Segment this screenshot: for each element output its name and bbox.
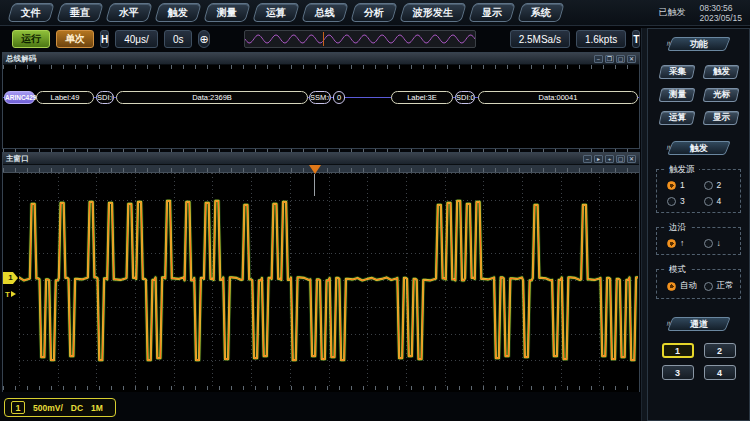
menu-item-trigger[interactable]: 触发: [154, 3, 201, 22]
timebase-preview[interactable]: [244, 30, 476, 48]
radio-icon: [704, 239, 713, 248]
bottom-bar: 1 500mV/ DC 1M: [0, 393, 640, 421]
clock-time: 08:30:56: [699, 3, 732, 13]
menu-item-label: 触发: [168, 6, 188, 20]
menu-item-horizontal[interactable]: 水平: [105, 3, 152, 22]
menu-item-system[interactable]: 系统: [517, 3, 564, 22]
sample-rate-button[interactable]: 2.5MSa/s: [510, 30, 570, 48]
measure-button[interactable]: 测量: [658, 88, 695, 102]
minimize-icon: −: [597, 56, 601, 62]
function-header-plate: 功能: [667, 37, 731, 51]
clock: 08:30:56 2023/05/15: [699, 3, 742, 23]
decode-restore-button[interactable]: ❐: [605, 55, 614, 63]
source-3-label: 3: [680, 196, 685, 206]
channel-header-plate: 通道: [667, 317, 731, 331]
memory-depth-button[interactable]: 1.6kpts: [576, 30, 626, 48]
radio-icon: [667, 197, 676, 206]
trigger-t-button[interactable]: T: [632, 30, 640, 48]
decode-field-data-1: Data:2369B: [116, 91, 308, 104]
channel-4-button[interactable]: 4: [704, 365, 736, 380]
radio-source-4[interactable]: 4: [704, 196, 741, 206]
measure-label: 测量: [668, 89, 685, 101]
status-block: 已触发 08:30:56 2023/05/15: [658, 3, 742, 23]
offset-button[interactable]: 0s: [164, 30, 193, 48]
menu-item-label: 水平: [119, 6, 139, 20]
channel-1-offset-marker[interactable]: 1: [3, 272, 18, 284]
menu-item-label: 系统: [531, 6, 551, 20]
decode-minimize-button[interactable]: −: [594, 55, 603, 63]
radio-source-3[interactable]: 3: [667, 196, 704, 206]
menu-item-wavegen[interactable]: 波形发生: [399, 3, 466, 22]
trigger-section-header: 〃 触发: [648, 141, 749, 155]
run-button[interactable]: 运行: [12, 30, 50, 48]
trigger-level-marker[interactable]: T: [5, 290, 16, 299]
main-maximize-button[interactable]: ▢: [616, 155, 625, 163]
arrow-right-icon: [11, 291, 16, 297]
channel-info-badge[interactable]: 1 500mV/ DC 1M: [4, 398, 116, 417]
main-close-button[interactable]: ✕: [627, 155, 636, 163]
trigger-level-label: T: [5, 290, 10, 299]
decode-maximize-button[interactable]: ▢: [616, 55, 625, 63]
function-button-grid: 采集 触发 测量 光标 运算 显示: [648, 65, 749, 125]
main-zoom-in-button[interactable]: +: [605, 155, 614, 163]
zoom-button[interactable]: ⊕: [198, 30, 209, 48]
menu-item-label: 运算: [266, 6, 286, 20]
maximize-icon: ▢: [618, 56, 624, 62]
radio-edge-rising[interactable]: ↑: [667, 238, 704, 248]
menu-item-file[interactable]: 文件: [7, 3, 54, 22]
radio-source-2[interactable]: 2: [704, 180, 741, 190]
channel-scale: 500mV/: [33, 403, 63, 413]
radio-edge-falling[interactable]: ↓: [704, 238, 741, 248]
menu-item-bus[interactable]: 总线: [301, 3, 348, 22]
function-section-header: 〃 功能: [648, 37, 749, 51]
horizontal-button[interactable]: H: [100, 30, 109, 48]
trigger-mode-group: 模式 自动 正常: [656, 269, 741, 299]
menu-item-math[interactable]: 运算: [252, 3, 299, 22]
main-minimize-button[interactable]: −: [583, 155, 592, 163]
main-titlebar[interactable]: 主窗口 − ▸ + ▢ ✕: [3, 153, 639, 165]
main-window-controls: − ▸ + ▢ ✕: [583, 155, 636, 163]
menu-item-analysis[interactable]: 分析: [350, 3, 397, 22]
waveform-canvas[interactable]: [19, 173, 638, 387]
waveform-display[interactable]: 1 T: [3, 173, 639, 392]
trigger-position-marker[interactable]: [309, 165, 321, 174]
timebase-button[interactable]: 40μs/: [115, 30, 158, 48]
menu-item-measure[interactable]: 测量: [203, 3, 250, 22]
acquire-label: 采集: [668, 66, 685, 78]
radio-mode-normal[interactable]: 正常: [704, 280, 741, 292]
radio-mode-auto[interactable]: 自动: [667, 280, 704, 292]
expand-icon: ▸: [597, 156, 600, 162]
math-label: 运算: [668, 112, 685, 124]
trigger-header-label: 触发: [690, 142, 708, 155]
cursor-button[interactable]: 光标: [702, 88, 739, 102]
edge-label: 边沿: [665, 222, 690, 234]
radio-icon: [704, 197, 713, 206]
main-title: 主窗口: [6, 154, 29, 164]
main-expand-button[interactable]: ▸: [594, 155, 603, 163]
channel-3-button[interactable]: 3: [662, 365, 694, 380]
trigger-source-label: 触发源: [665, 164, 699, 176]
protocol-badge: ARINC429: [4, 91, 35, 104]
decode-window-controls: − ❐ ▢ ✕: [594, 55, 636, 63]
horizontal-position-ruler[interactable]: [3, 165, 639, 173]
decode-close-button[interactable]: ✕: [627, 55, 636, 63]
edge-options: ↑ ↓: [667, 238, 740, 248]
channel-2-button[interactable]: 2: [704, 343, 736, 358]
channel-1-button[interactable]: 1: [662, 343, 694, 358]
math-button[interactable]: 运算: [658, 111, 695, 125]
trigger-button[interactable]: 触发: [702, 65, 739, 79]
radio-source-1[interactable]: 1: [667, 180, 704, 190]
acquire-button[interactable]: 采集: [658, 65, 695, 79]
toolbar: 运行 单次 H 40μs/ 0s ⊕ 2.5MSa/s 1.6kpts T 总线: [0, 26, 640, 52]
bus-decode-panel: 总线解码 − ❐ ▢ ✕ ARINC429 Label:49 SDI:0 Dat…: [2, 52, 640, 149]
display-button[interactable]: 显示: [702, 111, 739, 125]
decode-field-ssm-value-1: 0: [333, 91, 345, 104]
menu-item-vertical[interactable]: 垂直: [56, 3, 103, 22]
menu-item-display[interactable]: 显示: [468, 3, 515, 22]
decode-titlebar[interactable]: 总线解码 − ❐ ▢ ✕: [3, 53, 639, 65]
channel-coupling: DC: [71, 403, 83, 413]
cursor-label: 光标: [712, 89, 729, 101]
single-button[interactable]: 单次: [56, 30, 94, 48]
radio-icon: [704, 282, 713, 291]
decode-title: 总线解码: [6, 54, 36, 64]
